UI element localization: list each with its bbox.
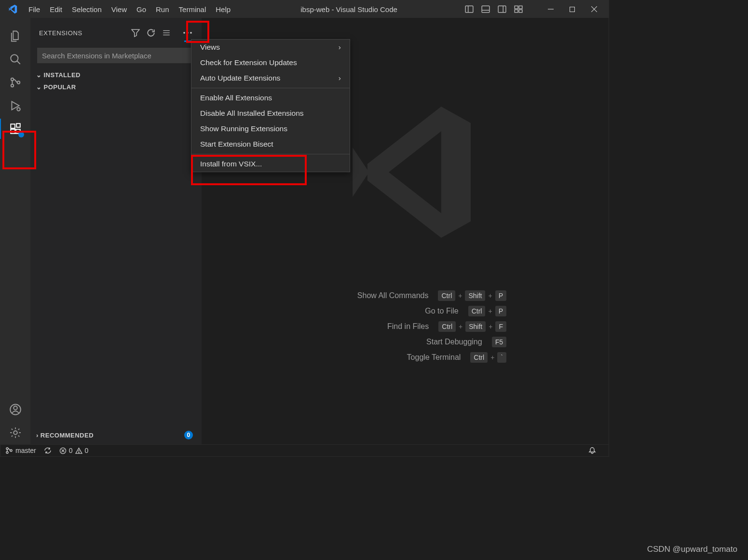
svg-rect-23	[16, 123, 20, 127]
layout-secondary-sidebar-icon[interactable]	[498, 5, 506, 14]
cmd-toggle-terminal: Toggle Terminal Ctrl+`	[304, 352, 506, 363]
status-branch[interactable]: master	[5, 447, 36, 454]
svg-point-34	[6, 451, 8, 453]
section-recommended[interactable]: › RECOMMENDED 0	[30, 428, 202, 444]
menu-separator	[191, 154, 350, 154]
svg-rect-8	[515, 10, 518, 13]
svg-rect-20	[11, 124, 15, 128]
section-installed[interactable]: ⌄ INSTALLED	[30, 69, 202, 81]
activity-explorer-icon[interactable]	[7, 28, 24, 44]
activity-bar	[0, 18, 30, 444]
window-controls	[540, 0, 605, 18]
svg-point-14	[11, 55, 18, 62]
statusbar: master 0 0	[0, 444, 609, 456]
filter-icon[interactable]	[131, 28, 140, 37]
status-notifications[interactable]	[588, 447, 596, 454]
svg-point-18	[17, 81, 20, 83]
cmd-start-debugging: Start Debugging F5	[304, 337, 506, 347]
quick-commands: Show All Commands Ctrl+Shift+P Go to Fil…	[304, 286, 506, 368]
status-problems[interactable]: 0 0	[59, 447, 89, 454]
clear-icon[interactable]	[162, 28, 171, 37]
svg-point-35	[10, 450, 12, 451]
svg-point-30	[183, 32, 185, 34]
chevron-right-icon: ›	[339, 43, 341, 52]
minimize-button[interactable]	[540, 0, 561, 18]
chevron-right-icon: ›	[339, 74, 341, 82]
menu-run[interactable]: Run	[151, 4, 174, 15]
extensions-more-menu: Views› Check for Extension Updates Auto …	[191, 39, 350, 172]
menu-file[interactable]: File	[24, 4, 45, 15]
svg-rect-11	[570, 7, 575, 12]
refresh-icon[interactable]	[147, 28, 155, 37]
menu-extension-bisect[interactable]: Start Extension Bisect	[191, 137, 350, 152]
activity-extensions-icon[interactable]	[7, 121, 24, 137]
svg-rect-6	[515, 6, 518, 9]
sidepanel-title: EXTENSIONS	[39, 29, 131, 37]
menu-view[interactable]: View	[107, 4, 132, 15]
svg-point-17	[11, 84, 14, 87]
section-recommended-label: RECOMMENDED	[41, 432, 94, 439]
svg-rect-9	[519, 10, 522, 13]
extensions-sidepanel: EXTENSIONS ⌄ INSTALLED ⌄	[30, 18, 202, 444]
status-sync[interactable]	[44, 447, 52, 454]
menu-edit[interactable]: Edit	[45, 4, 67, 15]
more-actions-button[interactable]	[181, 27, 194, 39]
chevron-right-icon: ›	[36, 432, 39, 439]
menu-terminal[interactable]: Terminal	[174, 4, 211, 15]
title-layout-controls	[462, 5, 525, 14]
watermark-text: CSDN @upward_tomato	[647, 545, 737, 554]
menu-selection[interactable]: Selection	[67, 4, 107, 15]
maximize-button[interactable]	[561, 0, 583, 18]
svg-rect-4	[498, 6, 506, 13]
svg-point-16	[11, 78, 14, 81]
svg-point-32	[190, 32, 192, 34]
chevron-down-icon: ⌄	[36, 83, 42, 91]
search-extensions-field[interactable]	[42, 52, 190, 60]
svg-rect-21	[11, 129, 15, 134]
menu-go[interactable]: Go	[132, 4, 151, 15]
titlebar: File Edit Selection View Go Run Terminal…	[0, 0, 609, 18]
chevron-down-icon: ⌄	[36, 71, 42, 79]
close-button[interactable]	[583, 0, 605, 18]
svg-rect-7	[519, 6, 522, 9]
menu-help[interactable]: Help	[211, 4, 235, 15]
activity-search-icon[interactable]	[7, 51, 24, 68]
menu-disable-all[interactable]: Disable All Installed Extensions	[191, 106, 350, 121]
menu-separator	[191, 88, 350, 88]
menu-enable-all[interactable]: Enable All Extensions	[191, 90, 350, 106]
menu-show-running[interactable]: Show Running Extensions	[191, 121, 350, 137]
layout-customize-icon[interactable]	[514, 5, 523, 14]
svg-rect-0	[465, 6, 473, 13]
activity-source-control-icon[interactable]	[7, 74, 24, 91]
layout-panel-icon[interactable]	[481, 5, 490, 14]
svg-point-31	[187, 32, 189, 34]
cmd-find-in-files: Find in Files Ctrl+Shift+F	[304, 321, 506, 332]
cmd-go-to-file: Go to File Ctrl+P	[304, 306, 506, 316]
layout-primary-sidebar-icon[interactable]	[465, 5, 474, 14]
section-installed-label: INSTALLED	[44, 71, 81, 79]
svg-line-15	[17, 61, 20, 64]
menu-check-updates[interactable]: Check for Extension Updates	[191, 55, 350, 70]
activity-run-debug-icon[interactable]	[7, 97, 24, 114]
activity-settings-icon[interactable]	[7, 424, 24, 441]
svg-point-19	[17, 108, 20, 111]
svg-rect-2	[482, 6, 490, 13]
activity-accounts-icon[interactable]	[7, 401, 24, 418]
menu-views[interactable]: Views›	[191, 40, 350, 55]
window-title: ibsp-web - Visual Studio Code	[235, 5, 462, 14]
section-popular-label: POPULAR	[44, 83, 76, 91]
menu-install-vsix[interactable]: Install from VSIX...	[191, 156, 350, 172]
menu-auto-update[interactable]: Auto Update Extensions›	[191, 70, 350, 86]
svg-point-40	[79, 452, 79, 452]
svg-point-26	[14, 431, 17, 435]
cmd-show-all-commands: Show All Commands Ctrl+Shift+P	[304, 290, 506, 301]
vscode-logo-icon	[7, 4, 18, 14]
recommended-count-badge: 0	[184, 431, 193, 439]
section-popular[interactable]: ⌄ POPULAR	[30, 81, 202, 93]
search-extensions-input[interactable]	[37, 48, 195, 63]
svg-point-33	[6, 448, 8, 450]
svg-point-25	[14, 406, 17, 410]
extensions-update-badge-icon	[18, 132, 24, 137]
